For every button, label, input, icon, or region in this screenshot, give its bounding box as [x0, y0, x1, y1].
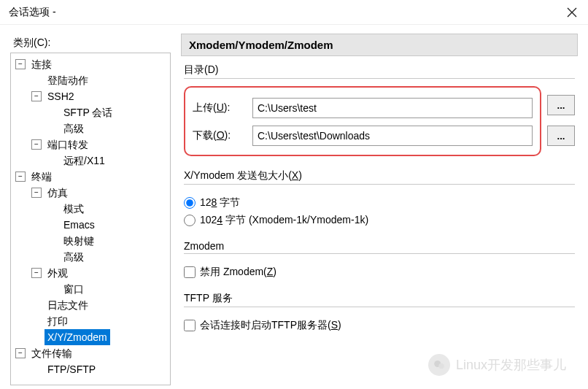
tree-item[interactable]: 模式	[11, 201, 170, 217]
tree-item-label: 模式	[61, 201, 87, 217]
collapse-icon[interactable]: −	[15, 348, 26, 358]
category-label: 类别(C):	[13, 36, 171, 50]
tree-item[interactable]: 远程/X11	[11, 153, 170, 169]
tree-item-label: 远程/X11	[61, 153, 108, 169]
tree-item[interactable]: 窗口	[11, 281, 170, 297]
packet-size-group-label: X/Ymodem 发送包大小(X)	[184, 169, 575, 182]
tree-item-label: 窗口	[61, 281, 87, 297]
tree-item[interactable]: −终端	[11, 169, 170, 185]
titlebar: 会话选项 -	[0, 0, 588, 25]
tree-item-label: X/Y/Zmodem	[45, 329, 110, 345]
disable-zmodem-checkbox[interactable]: 禁用 Zmodem(Z)	[184, 266, 575, 279]
tree-item-label: FTP/SFTP	[45, 361, 98, 377]
tree-item[interactable]: Emacs	[11, 217, 170, 233]
tree-item-label: 映射键	[61, 233, 97, 249]
upload-browse-button[interactable]: ...	[547, 95, 575, 115]
close-icon[interactable]	[563, 4, 581, 21]
tree-item-label: 终端	[28, 169, 55, 185]
tree-item-label: 高级	[61, 249, 87, 265]
zmodem-group-label: Zmodem	[184, 240, 575, 252]
tree-item[interactable]: 高级	[11, 249, 170, 265]
tree-item-label: SFTP 会话	[61, 104, 115, 120]
collapse-icon[interactable]: −	[15, 172, 26, 182]
disable-zmodem-input[interactable]	[184, 266, 196, 278]
tree-item[interactable]: −外观	[11, 265, 170, 281]
tree-item[interactable]: X/Y/Zmodem	[11, 329, 170, 345]
tree-item-label: 文件传输	[28, 345, 75, 361]
window-title: 会话选项 -	[9, 6, 56, 19]
radio-128-bytes[interactable]: 128 字节	[184, 196, 575, 209]
tree-item-label: 高级	[61, 120, 87, 136]
tree-item-label: 仿真	[45, 185, 71, 201]
tftp-group-label: TFTP 服务	[184, 292, 575, 305]
collapse-icon[interactable]: −	[31, 91, 42, 101]
tree-item[interactable]: FTP/SFTP	[11, 361, 170, 377]
download-label: 下载(O):	[193, 129, 247, 142]
tree-item-label: 打印	[45, 313, 71, 329]
tree-item[interactable]: −SSH2	[11, 88, 170, 104]
tftp-start-checkbox[interactable]: 会话连接时启动TFTP服务器(S)	[184, 319, 575, 332]
tree-item[interactable]: 日志文件	[11, 297, 170, 313]
tree-item[interactable]: −端口转发	[11, 136, 170, 153]
tree-item-label: 登陆动作	[45, 72, 91, 88]
upload-path-input[interactable]	[252, 98, 533, 118]
category-tree[interactable]: −连接登陆动作−SSH2SFTP 会话高级−端口转发远程/X11−终端−仿真模式…	[10, 53, 171, 385]
tree-item-label: SSH2	[45, 88, 77, 104]
download-path-input[interactable]	[252, 126, 533, 146]
tree-item[interactable]: −连接	[11, 56, 170, 72]
tree-item[interactable]: −文件传输	[11, 345, 170, 361]
tree-item-label: 连接	[28, 56, 55, 72]
directory-group-label: 目录(D)	[184, 63, 575, 77]
tree-item[interactable]: −仿真	[11, 185, 170, 201]
radio-1024-input[interactable]	[184, 215, 196, 226]
radio-128-input[interactable]	[184, 197, 196, 209]
tree-item[interactable]: 打印	[11, 313, 170, 329]
collapse-icon[interactable]: −	[31, 268, 42, 278]
tree-item[interactable]: SFTP 会话	[11, 104, 170, 120]
tree-item-label: 端口转发	[45, 136, 91, 153]
radio-1024-bytes[interactable]: 1024 字节 (Xmodem-1k/Ymodem-1k)	[184, 214, 575, 227]
upload-label: 上传(U):	[193, 101, 247, 115]
download-browse-button[interactable]: ...	[547, 126, 575, 146]
collapse-icon[interactable]: −	[15, 59, 26, 69]
directory-highlight: 上传(U): 下载(O):	[184, 86, 541, 156]
tree-item-label: 外观	[45, 265, 71, 281]
tree-item-label: Emacs	[61, 217, 98, 233]
collapse-icon[interactable]: −	[31, 139, 42, 150]
collapse-icon[interactable]: −	[31, 188, 42, 198]
tree-item[interactable]: 映射键	[11, 233, 170, 249]
tree-item[interactable]: 高级	[11, 120, 170, 136]
tftp-start-input[interactable]	[184, 320, 196, 331]
tree-item[interactable]: 登陆动作	[11, 72, 170, 88]
tree-item-label: 日志文件	[45, 297, 91, 313]
panel-heading: Xmodem/Ymodem/Zmodem	[181, 34, 578, 56]
